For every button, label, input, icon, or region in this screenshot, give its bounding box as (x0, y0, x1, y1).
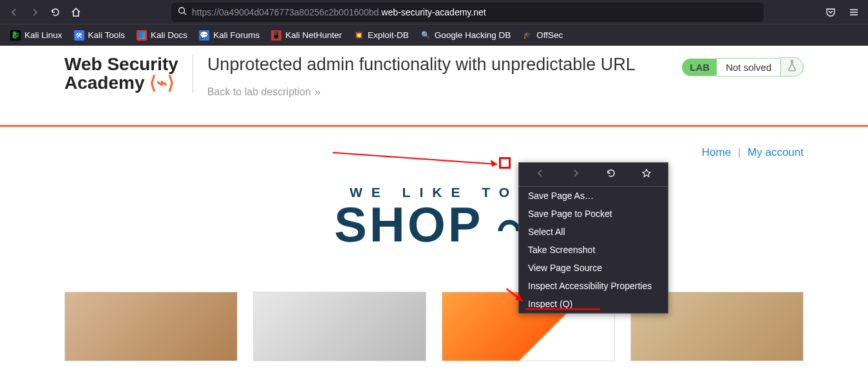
bookmark-item[interactable]: 💥Exploit-DB (348, 28, 414, 43)
context-menu-nav (519, 163, 668, 187)
back-button[interactable] (5, 3, 23, 21)
context-menu-item[interactable]: Save Page to Pocket (519, 205, 668, 223)
url-text: https://0a49004d0476773a80256c2b001600bd… (192, 7, 486, 17)
annotation-arrow (333, 149, 513, 175)
bookmark-icon: 🎓 (522, 30, 533, 41)
search-icon (178, 6, 187, 17)
bookmark-item[interactable]: 🐉Kali Linux (5, 28, 68, 43)
flask-icon (781, 57, 804, 77)
cm-bookmark-icon[interactable] (637, 168, 656, 181)
bookmark-label: Exploit-DB (368, 30, 409, 40)
context-menu-item[interactable]: Select All (519, 223, 668, 241)
svg-point-0 (179, 8, 185, 14)
bookmark-item[interactable]: 🎓OffSec (517, 28, 568, 43)
chevron-right-icon: » (315, 86, 321, 98)
bookmark-icon: 📘 (137, 30, 147, 41)
hero-main-text: SHOP (334, 203, 483, 247)
bookmark-icon: 📱 (271, 30, 281, 41)
nav-separator: | (734, 146, 744, 158)
bookmark-icon: 🔍 (420, 30, 431, 41)
bookmark-label: Kali Docs (151, 30, 187, 40)
bookmark-label: Google Hacking DB (435, 30, 511, 40)
svg-line-1 (333, 153, 497, 164)
bookmark-label: Kali Tools (88, 30, 126, 40)
bookmark-label: OffSec (536, 30, 563, 40)
bookmark-label: Kali Linux (24, 30, 62, 40)
lab-status-text: Not solved (717, 58, 781, 77)
product-card[interactable] (253, 292, 426, 361)
bookmark-label: Kali NetHunter (285, 30, 342, 40)
url-bar[interactable]: https://0a49004d0476773a80256c2b001600bd… (171, 3, 764, 22)
svg-marker-2 (491, 160, 497, 167)
hero-banner: WE LIKE TO SHOP (64, 185, 804, 266)
bookmark-item[interactable]: 📘Kali Docs (131, 28, 193, 43)
bookmark-label: Kali Forums (213, 30, 259, 40)
pocket-icon[interactable] (822, 3, 840, 21)
hamburger-menu-icon[interactable] (845, 3, 863, 21)
bookmark-icon: 🐉 (10, 30, 21, 41)
cm-reload-icon[interactable] (602, 168, 620, 181)
cm-forward-icon[interactable] (567, 168, 585, 181)
context-menu-item[interactable]: View Page Source (519, 259, 668, 277)
bookmark-item[interactable]: 💬Kali Forums (194, 28, 265, 43)
product-card[interactable] (64, 292, 238, 361)
lab-badge: LAB (682, 59, 717, 76)
bookmark-icon: 🛠 (74, 30, 84, 41)
context-menu-item[interactable]: Take Screenshot (519, 241, 668, 259)
bookmark-item[interactable]: 🛠Kali Tools (69, 28, 131, 43)
back-to-description-link[interactable]: Back to lab description » (207, 86, 668, 98)
context-menu-item[interactable]: Save Page As… (519, 187, 668, 205)
cm-back-icon[interactable] (531, 168, 549, 181)
home-button[interactable] (67, 3, 85, 21)
annotation-box (499, 157, 511, 169)
my-account-link[interactable]: My account (748, 146, 804, 158)
bookmark-item[interactable]: 🔍Google Hacking DB (415, 28, 516, 43)
bookmark-icon: 💥 (354, 30, 364, 41)
product-grid (64, 292, 804, 361)
bookmark-icon: 💬 (199, 30, 209, 41)
academy-logo: Web Security Academy ⟨⌁⟩ (64, 55, 193, 93)
annotation-arrow-2 (506, 288, 603, 314)
lab-title: Unprotected admin functionality with unp… (207, 55, 668, 75)
bookmark-item[interactable]: 📱Kali NetHunter (266, 28, 347, 43)
lab-status: LAB Not solved (682, 57, 804, 77)
bookmarks-bar: 🐉Kali Linux🛠Kali Tools📘Kali Docs💬Kali Fo… (0, 24, 868, 46)
home-link[interactable]: Home (702, 146, 731, 158)
lab-header: Web Security Academy ⟨⌁⟩ Unprotected adm… (0, 46, 868, 107)
reload-button[interactable] (46, 3, 64, 21)
forward-button[interactable] (26, 3, 44, 21)
browser-toolbar: https://0a49004d0476773a80256c2b001600bd… (0, 0, 868, 24)
